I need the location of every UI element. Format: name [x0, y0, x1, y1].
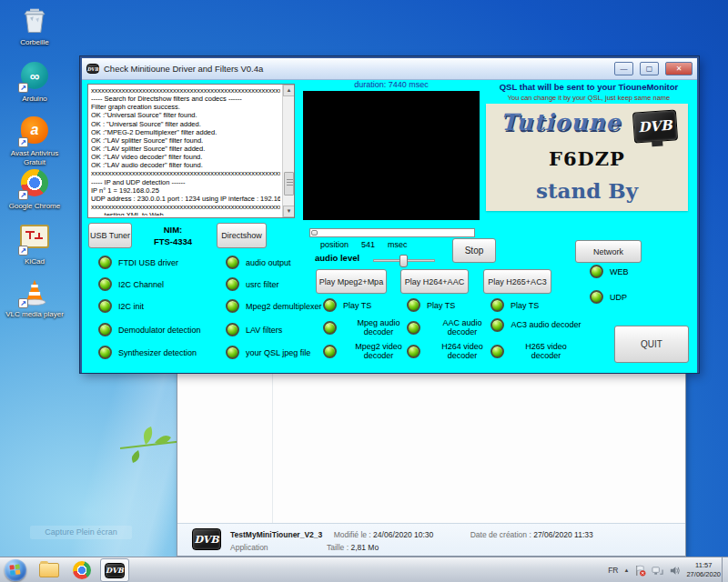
explorer-window: DVB TestMyMiniTiouner_V2_3 Modifié le : …: [177, 371, 686, 557]
qsl-subheader: You can change it by your QSL, just keep…: [482, 94, 695, 102]
taskbar-dvb-app-button[interactable]: DVB: [100, 558, 129, 582]
play-mpeg2-button[interactable]: Play Mpeg2+Mpa: [316, 269, 387, 294]
led-demodulator-detection: Demodulator detection: [98, 323, 201, 336]
size-value: 2,81 Mo: [350, 543, 379, 552]
led-qsl-jpeg-file: your QSL jpeg file: [226, 346, 310, 359]
led-web: WEB: [590, 265, 629, 278]
desktop-icon-recycle-bin[interactable]: Corbeille: [0, 5, 69, 47]
led-mpeg-audio-decoder: Mpeg audio decoder: [323, 318, 414, 337]
action-center-flag-icon[interactable]: [634, 565, 646, 577]
close-button[interactable]: ✕: [665, 62, 693, 75]
audio-level-thumb[interactable]: [399, 255, 408, 267]
desktop-icon-avast[interactable]: a ↗ Avast Antivirus Gratuit: [0, 115, 69, 166]
status-led-icon: [226, 256, 239, 269]
led-aac-audio-decoder: AAC audio decoder: [407, 318, 498, 337]
file-type: Application: [230, 543, 268, 552]
status-led-icon: [98, 323, 112, 336]
network-button[interactable]: Network: [575, 240, 642, 263]
position-label: position: [320, 240, 349, 249]
taskbar-explorer-button[interactable]: [35, 558, 64, 582]
led-ac3-audio-decoder: AC3 audio decoder: [490, 318, 581, 332]
modified-value: 24/06/2020 10:30: [373, 530, 433, 539]
status-led-icon: [407, 321, 420, 335]
network-tray-icon[interactable]: [652, 565, 663, 577]
created-label: Date de création :: [470, 530, 531, 539]
duration-label: duration: 7440 msec: [303, 80, 480, 89]
status-led-icon: [98, 256, 112, 269]
led-mpeg2-demultiplexer: Mpeg2 demultiplexer: [226, 299, 322, 313]
status-led-icon: [323, 298, 337, 312]
audio-level-label: audio level: [315, 253, 359, 263]
taskbar: DVB FR ▲ 11:57 27/06/202: [0, 557, 728, 582]
taskbar-clock[interactable]: 11:57 27/06/2020: [686, 561, 721, 579]
status-led-icon: [590, 290, 603, 304]
desktop-icon-chrome[interactable]: ↗ Google Chrome: [0, 167, 69, 211]
dvb-file-icon: DVB: [192, 528, 221, 550]
stop-button[interactable]: Stop: [452, 238, 496, 263]
show-desktop-button[interactable]: [722, 557, 728, 582]
file-name: TestMyMiniTiouner_V2_3: [230, 530, 322, 539]
scroll-up-icon[interactable]: ▲: [283, 85, 295, 96]
status-led-icon: [226, 323, 239, 336]
status-led-icon: [323, 321, 337, 335]
shortcut-arrow-icon: ↗: [18, 246, 28, 256]
explorer-details-pane: DVB TestMyMiniTiouner_V2_3 Modifié le : …: [177, 523, 685, 556]
quit-button[interactable]: QUIT: [614, 326, 689, 363]
status-led-icon: [98, 299, 112, 313]
status-led-icon: [590, 265, 603, 278]
tutioune-logo: Tutioune: [500, 109, 621, 135]
desktop-icon-label: Arduino: [0, 95, 69, 104]
modified-label: Modifié le :: [334, 530, 371, 539]
qsl-callsign: F6DZP: [486, 147, 688, 170]
desktop-icon-kicad[interactable]: ↗ KiCad: [0, 222, 69, 266]
clock-time: 11:57: [686, 561, 721, 570]
log-textbox[interactable]: xxxxxxxxxxxxxxxxxxxxxxxxxxxxxxxxxxxxxxxx…: [87, 84, 295, 218]
nim-value: FTS-4334: [135, 236, 211, 247]
screen-capture-watermark: Capture Plein écran: [30, 526, 132, 539]
language-indicator[interactable]: FR: [608, 566, 618, 575]
led-h265-video-decoder: H265 video decoder: [490, 342, 581, 361]
seek-thumb[interactable]: [311, 230, 318, 236]
led-play-ts-2: Play TS: [407, 298, 455, 312]
app-title-icon: DVB: [86, 64, 99, 74]
created-value: 27/06/2020 11:33: [533, 530, 593, 539]
tray-expand-icon[interactable]: ▲: [624, 567, 630, 573]
position-value: 541: [361, 240, 375, 249]
play-h265-button[interactable]: Play H265+AC3: [483, 269, 551, 294]
status-led-icon: [98, 277, 112, 291]
status-led-icon: [226, 346, 239, 359]
title-bar[interactable]: DVB Check Minitioune Driver and Filters …: [82, 58, 697, 80]
app-window: DVB Check Minitioune Driver and Filters …: [80, 56, 699, 373]
start-button[interactable]: [5, 559, 26, 581]
status-led-icon: [98, 346, 112, 359]
maximize-button[interactable]: ▢: [640, 62, 659, 75]
audio-level-slider[interactable]: [373, 259, 435, 262]
system-tray: FR ▲ 11:57 27/06/2020: [608, 557, 721, 582]
led-udp: UDP: [590, 290, 627, 304]
volume-tray-icon[interactable]: [669, 565, 681, 577]
shortcut-arrow-icon: ↗: [18, 298, 28, 308]
desktop-icon-label: Google Chrome: [0, 202, 69, 211]
taskbar-chrome-button[interactable]: [67, 558, 96, 582]
desktop: Capture Plein écran Corbeille ∞ ↗ Arduin…: [0, 0, 728, 582]
led-h264-video-decoder: H264 video decoder: [407, 342, 498, 361]
dvb-app-icon: DVB: [105, 563, 125, 578]
play-h264-button[interactable]: Play H264+AAC: [400, 269, 469, 294]
desktop-icon-arduino[interactable]: ∞ ↗ Arduino: [0, 60, 69, 104]
qsl-image: Tutioune DVB F6DZP stand By: [486, 104, 688, 211]
directshow-button[interactable]: Directshow: [217, 223, 267, 248]
scrollbar-thumb[interactable]: [284, 172, 294, 196]
scroll-down-icon[interactable]: ▼: [283, 206, 295, 217]
seek-bar[interactable]: [309, 228, 475, 237]
minimize-button[interactable]: —: [614, 62, 633, 75]
led-audio-output: audio output: [226, 256, 291, 269]
window-title: Check Minitioune Driver and Filters V0.4…: [104, 64, 608, 74]
usb-tuner-button[interactable]: USB Tuner: [88, 223, 132, 248]
log-scrollbar[interactable]: ▲ ▼: [282, 85, 294, 217]
status-led-icon: [226, 299, 239, 313]
led-lav-filters: LAV filters: [226, 323, 282, 336]
status-led-icon: [407, 345, 420, 358]
clock-date: 27/06/2020: [686, 570, 721, 579]
status-led-icon: [490, 298, 504, 312]
desktop-icon-vlc[interactable]: ↗ VLC media player: [0, 276, 69, 319]
